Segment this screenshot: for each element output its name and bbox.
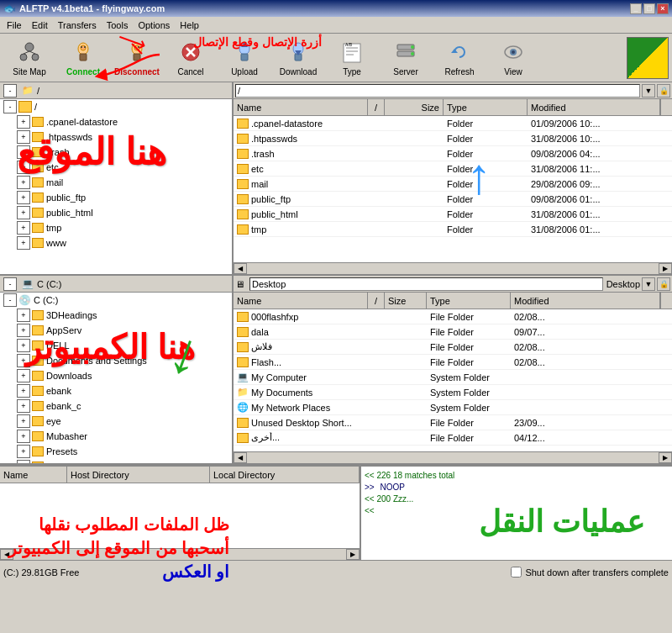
local-tree-3dheadings[interactable]: + 3DHeadings: [0, 308, 232, 323]
tree-trash-expander[interactable]: +: [17, 145, 30, 159]
local-eye-expander[interactable]: +: [17, 414, 30, 428]
transfer-hscroll[interactable]: ◀ ▶: [0, 548, 360, 560]
file-row-tmp[interactable]: tmp Folder 31/08/2006 01:...: [234, 222, 672, 237]
local-tree-downloads[interactable]: + Downloads: [0, 368, 232, 383]
menu-file[interactable]: File: [2, 18, 27, 32]
local-c-expander[interactable]: -: [3, 293, 17, 307]
local-tree-ebank-c[interactable]: + ebank_c: [0, 398, 232, 414]
desktop-row-flash-ar[interactable]: فلاش File Folder 02/08...: [234, 340, 672, 355]
menu-transfers[interactable]: Transfers: [53, 18, 102, 32]
toolbar-cancel[interactable]: Cancel: [165, 36, 217, 80]
hscroll-right[interactable]: ▶: [346, 549, 360, 560]
tree-mail-expander[interactable]: +: [17, 176, 30, 189]
tree-htpasswds-expander[interactable]: +: [17, 130, 30, 144]
tree-item-htpasswds[interactable]: + .htpasswds: [0, 129, 232, 145]
tree-cpanel-expander[interactable]: +: [17, 115, 30, 129]
hscroll-left[interactable]: ◀: [234, 452, 247, 463]
local-ebank-expander[interactable]: +: [17, 384, 30, 398]
local-dell-expander[interactable]: +: [17, 339, 30, 352]
tree-item-www[interactable]: + www: [0, 235, 232, 251]
local-tree-docs[interactable]: + Documents and Settings: [0, 353, 232, 368]
local-ebank-c-expander[interactable]: +: [17, 399, 30, 413]
local-3d-expander[interactable]: +: [17, 309, 30, 322]
menu-options[interactable]: Options: [133, 18, 175, 32]
server-col-size[interactable]: Size: [385, 99, 444, 115]
server-hscroll[interactable]: ◀ ▶: [234, 262, 672, 274]
log-col-hostdir[interactable]: Host Directory: [67, 467, 210, 483]
tree-item-etc[interactable]: + etc: [0, 160, 232, 175]
server-col-modified[interactable]: Modified: [528, 99, 660, 115]
tree-tmp-expander[interactable]: +: [17, 221, 30, 235]
tree-item-cpanel[interactable]: + .cpanel-datastore: [0, 114, 232, 129]
menu-tools[interactable]: Tools: [102, 18, 134, 32]
toolbar-upload[interactable]: Upload: [218, 36, 270, 80]
local-tree-mubasher[interactable]: + Mubasher: [0, 429, 232, 444]
tree-item-publichtml[interactable]: + public_html: [0, 205, 232, 220]
file-row-cpanel[interactable]: .cpanel-datastore Folder 01/09/2006 10:.…: [234, 116, 672, 131]
file-row-etc[interactable]: etc Folder 31/08/2006 11:...: [234, 161, 672, 177]
desktop-row-flash[interactable]: Flash... File Folder 02/08...: [234, 355, 672, 370]
tree-item-publicftp[interactable]: + public_ftp: [0, 190, 232, 205]
local-tree-c[interactable]: - 💿 C (C:): [0, 293, 232, 308]
local-downloads-expander[interactable]: +: [17, 369, 30, 382]
shutdown-checkbox[interactable]: [511, 567, 522, 578]
tree-publichtml-expander[interactable]: +: [17, 206, 30, 219]
hscroll-left[interactable]: ◀: [0, 549, 13, 560]
server-files-scroll[interactable]: .cpanel-datastore Folder 01/09/2006 10:.…: [234, 116, 672, 262]
desktop-col-size[interactable]: Size: [385, 293, 427, 309]
toolbar-download[interactable]: Download: [272, 36, 324, 80]
desktop-row-other[interactable]: أخرى... File Folder 04/12...: [234, 430, 672, 446]
server-col-slash[interactable]: /: [368, 99, 385, 115]
server-col-type[interactable]: Type: [444, 99, 528, 115]
menu-help[interactable]: Help: [175, 18, 204, 32]
hscroll-track[interactable]: [247, 452, 659, 463]
toolbar-disconnect[interactable]: Disconnect: [111, 36, 163, 80]
tree-item-trash[interactable]: + .trash: [0, 145, 232, 160]
tree-publicftp-expander[interactable]: +: [17, 191, 30, 204]
server-col-name[interactable]: Name: [234, 99, 368, 115]
local-tree-appserv[interactable]: + AppServ: [0, 323, 232, 338]
toolbar-connect[interactable]: Connect: [57, 36, 109, 80]
desktop-col-type[interactable]: Type: [427, 293, 511, 309]
local-docs-expander[interactable]: +: [17, 354, 30, 367]
tree-item-mail[interactable]: + mail: [0, 175, 232, 190]
local-tree-presets[interactable]: + Presets: [0, 444, 232, 459]
local-pf-expander[interactable]: +: [17, 460, 30, 463]
local-appserv-expander[interactable]: +: [17, 324, 30, 337]
server-tree-expander[interactable]: -: [3, 84, 17, 98]
transfer-queue-content[interactable]: [0, 483, 360, 548]
local-tree-eye[interactable]: + eye: [0, 414, 232, 429]
local-mubasher-expander[interactable]: +: [17, 430, 30, 443]
desktop-row-unused[interactable]: Unused Desktop Short... File Folder 23/0…: [234, 415, 672, 430]
close-button[interactable]: ×: [657, 3, 669, 14]
local-tree-programfiles[interactable]: + Program Files: [0, 459, 232, 463]
file-row-publichtml[interactable]: public_html Folder 31/08/2006 01:...: [234, 207, 672, 222]
desktop-addr-dropdown[interactable]: ▼: [642, 277, 655, 291]
maximize-button[interactable]: □: [643, 3, 655, 14]
server-addr-lock[interactable]: 🔒: [657, 84, 670, 98]
desktop-col-name[interactable]: Name: [234, 293, 368, 309]
log-col-name[interactable]: Name: [0, 467, 67, 483]
local-tree-dell[interactable]: + DELL: [0, 338, 232, 353]
toolbar-refresh[interactable]: Refresh: [433, 36, 486, 80]
server-scrollbar-top[interactable]: [660, 99, 672, 115]
toolbar-server[interactable]: Server: [380, 36, 432, 80]
desktop-row-mycomputer[interactable]: 💻My Computer System Folder: [234, 370, 672, 385]
tree-www-expander[interactable]: +: [17, 236, 30, 250]
tree-item-tmp[interactable]: + tmp: [0, 220, 232, 235]
local-tree-ebank[interactable]: + ebank: [0, 383, 232, 398]
minimize-button[interactable]: _: [630, 3, 642, 14]
tree-root-expander[interactable]: -: [3, 100, 17, 113]
local-tree-expander[interactable]: -: [3, 277, 17, 291]
hscroll-track[interactable]: [247, 263, 659, 274]
log-col-localdir[interactable]: Local Directory: [210, 467, 360, 483]
server-address-input[interactable]: [235, 84, 640, 98]
desktop-col-modified[interactable]: Modified: [511, 293, 660, 309]
desktop-hscroll[interactable]: ◀ ▶: [234, 451, 672, 463]
desktop-row-mydocs[interactable]: 📁My Documents System Folder: [234, 385, 672, 400]
menu-edit[interactable]: Edit: [27, 18, 53, 32]
server-addr-dropdown[interactable]: ▼: [642, 84, 655, 98]
hscroll-left[interactable]: ◀: [234, 263, 247, 274]
desktop-scrollbar-top[interactable]: [660, 293, 672, 309]
file-row-mail[interactable]: mail Folder 29/08/2006 09:...: [234, 177, 672, 192]
